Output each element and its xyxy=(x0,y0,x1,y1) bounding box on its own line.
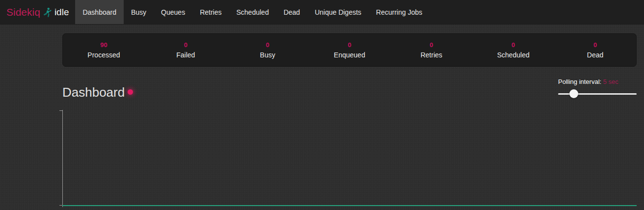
stat-processed[interactable]: 90 Processed xyxy=(63,42,145,58)
stat-value: 0 xyxy=(348,42,351,48)
stat-value: 0 xyxy=(593,42,597,48)
main-content: 90 Processed 0 Failed 0 Busy 0 Enqueued … xyxy=(62,33,637,210)
graph-y-axis-top-tick xyxy=(59,110,62,111)
polling-interval-text: Polling interval: 5 sec xyxy=(558,78,637,85)
nav-item-recurring-jobs[interactable]: Recurring Jobs xyxy=(369,0,429,24)
polling-interval-label: Polling interval: xyxy=(558,78,601,85)
nav-item-queues[interactable]: Queues xyxy=(154,0,192,24)
stat-value: 90 xyxy=(100,42,107,48)
sidekiq-logo-icon xyxy=(43,7,52,18)
stat-enqueued[interactable]: 0 Enqueued xyxy=(309,42,391,58)
dashboard-realtime-graph xyxy=(62,110,637,210)
polling-slider[interactable] xyxy=(558,89,637,98)
stat-label: Processed xyxy=(87,52,120,58)
graph-zero-data-line xyxy=(62,205,637,206)
nav-item-busy[interactable]: Busy xyxy=(124,0,154,24)
slider-thumb[interactable] xyxy=(569,89,578,98)
status-text: idle xyxy=(54,7,69,17)
stat-label: Failed xyxy=(176,52,195,58)
stat-label: Busy xyxy=(260,52,275,58)
stat-value: 0 xyxy=(266,42,269,48)
navbar: Sidekiq idle Dashboard Busy Queues Retri… xyxy=(0,0,644,24)
stat-busy[interactable]: 0 Busy xyxy=(227,42,309,58)
nav-item-retries[interactable]: Retries xyxy=(192,0,229,24)
brand-name: Sidekiq xyxy=(6,7,40,17)
stat-scheduled[interactable]: 0 Scheduled xyxy=(472,42,554,58)
polling-interval-value: 5 sec xyxy=(603,78,618,85)
polling-interval-control: Polling interval: 5 sec xyxy=(558,78,637,98)
nav-item-unique-digests[interactable]: Unique Digests xyxy=(307,0,369,24)
stat-value: 0 xyxy=(429,42,433,48)
stat-failed[interactable]: 0 Failed xyxy=(145,42,227,58)
stat-value: 0 xyxy=(184,42,188,48)
stat-dead[interactable]: 0 Dead xyxy=(554,42,636,58)
page-header: Dashboard Polling interval: 5 sec xyxy=(62,85,637,101)
stat-label: Dead xyxy=(587,52,603,58)
stat-label: Retries xyxy=(421,52,442,58)
stat-label: Enqueued xyxy=(334,52,365,58)
stat-label: Scheduled xyxy=(497,52,530,58)
stat-retries[interactable]: 0 Retries xyxy=(390,42,472,58)
stat-value: 0 xyxy=(511,42,515,48)
nav-item-dashboard[interactable]: Dashboard xyxy=(75,0,124,24)
page-title: Dashboard xyxy=(62,85,125,100)
nav-item-dead[interactable]: Dead xyxy=(276,0,307,24)
brand-link[interactable]: Sidekiq idle xyxy=(0,0,73,24)
live-beacon-indicator xyxy=(128,89,133,95)
nav-item-scheduled[interactable]: Scheduled xyxy=(229,0,276,24)
nav-list: Dashboard Busy Queues Retries Scheduled … xyxy=(75,0,429,24)
graph-y-axis xyxy=(62,110,63,207)
stats-summary-bar: 90 Processed 0 Failed 0 Busy 0 Enqueued … xyxy=(62,33,637,67)
